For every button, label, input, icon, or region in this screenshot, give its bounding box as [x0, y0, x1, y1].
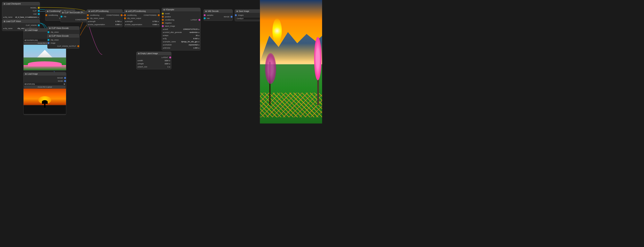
negative-in-connector[interactable]: [162, 22, 164, 24]
clip-vision-output-port[interactable]: CLIP_VISION: [2, 24, 40, 27]
image-2-output-port[interactable]: IMAGE: [24, 76, 66, 80]
clip-vision-out-1-input[interactable]: clip_vision_output: [87, 17, 122, 20]
strength-1-param: ◀ strength 0.750 ▶: [87, 20, 122, 23]
empty-latent-header: Empty Latent Image: [136, 52, 171, 55]
load-image-2-body: IMAGE MASK ◀ sunset.png ▶ choose file to…: [24, 76, 66, 115]
node-canvas[interactable]: Load Checkpoint MODEL CLIP VAE ◀ clip_na…: [0, 0, 322, 124]
clip-vision-connector[interactable]: [38, 24, 40, 26]
cv-out-2-in[interactable]: [124, 17, 126, 19]
cond-2-in[interactable]: [124, 14, 126, 16]
model-connector[interactable]: [38, 7, 40, 9]
mask-2-output-port[interactable]: MASK: [24, 80, 66, 82]
clip-vision-2-in-connector[interactable]: [48, 39, 50, 41]
clip-vision-2-out-connector[interactable]: [77, 45, 79, 47]
conditioning-in-connector[interactable]: [45, 14, 47, 16]
clip-vision-out-2-input[interactable]: clip_vision_output: [124, 17, 160, 20]
latent-out-connector[interactable]: [198, 19, 200, 21]
width-param: ◀ width 1024 ▶: [136, 59, 171, 62]
image-2-input-port[interactable]: image: [48, 42, 79, 44]
vae-connector[interactable]: [38, 13, 40, 15]
load-image-2-node: Load Image IMAGE MASK ◀ sunset.png ▶ cho…: [23, 72, 66, 115]
uni-clip-1-node: uniCLIPConditioning conditioning CONDITI…: [87, 9, 123, 27]
filename-prefix-value: ComfyUI: [236, 18, 244, 20]
clip-connector[interactable]: [38, 10, 40, 12]
images-in-connector[interactable]: [235, 14, 237, 16]
load-image-1-title: Load Image: [28, 29, 38, 31]
node-status-dot: [49, 28, 51, 29]
noise-aug-1-param: ◀ noise_augmentation 0.000 ▶: [87, 23, 122, 26]
denoise-param: ◀ denoise 1.000 ▶: [162, 46, 200, 50]
clip-vision-encode-2-header: CLIP Vision Encode: [48, 34, 79, 38]
cv-out-1-in[interactable]: [87, 17, 89, 19]
conditioning-k-input-port[interactable]: conditioning: [162, 18, 190, 22]
cond-1-out[interactable]: [120, 14, 122, 16]
latent-output-port[interactable]: LATENT: [190, 18, 200, 22]
image-decode-out-connector[interactable]: [230, 16, 232, 18]
image-decode-output-port[interactable]: IMAGE: [222, 15, 232, 18]
height-param: ◀ height 1024 ▶: [136, 62, 171, 65]
vae-decode-body: samples vae IMAGE: [204, 13, 232, 21]
cond-2-out[interactable]: [158, 14, 160, 16]
vae-in-connector[interactable]: [204, 17, 206, 19]
choose-file-2-button[interactable]: choose file to upload: [24, 86, 65, 88]
uni-clip-2-body: conditioning CONDITIONING clip_vision_ou…: [124, 13, 160, 27]
node-status-dot: [138, 53, 140, 54]
latent-image-input-port[interactable]: latent_image: [162, 24, 190, 28]
clip-vision-2-output-port[interactable]: CLIP_VISION_OUTPUT: [48, 44, 79, 48]
clip-text-in-connector[interactable]: [60, 16, 62, 18]
seed-param: ◀ seed 133632471276133 ▶: [162, 28, 200, 31]
model-input-port[interactable]: model: [162, 12, 190, 15]
clip-vision-encode-2-node: CLIP Vision Encode clip_vision image CLI…: [47, 34, 80, 49]
clip-vision-2-input-port[interactable]: clip_vision: [48, 38, 79, 42]
node-status-dot: [62, 12, 64, 14]
strength-2-param: ◀ strength 0.750 ▶: [124, 20, 160, 23]
load-image-2-header: Load Image: [24, 72, 66, 76]
cond-k-in-connector[interactable]: [162, 19, 164, 21]
node-status-dot: [205, 10, 207, 12]
latent-in-connector[interactable]: [162, 25, 164, 27]
vae-input-port[interactable]: vae: [204, 17, 222, 20]
samples-input-port[interactable]: samples: [204, 14, 222, 17]
batch-size-param: ◀ batch_size 1 ▶: [136, 65, 171, 68]
latent-el-output-port[interactable]: LATENT: [136, 56, 171, 59]
uni-clip-1-title: uniCLIPConditioning: [91, 10, 108, 12]
load-checkpoint-header: Load Checkpoint: [2, 2, 40, 6]
cond-1-in[interactable]: [87, 14, 89, 16]
load-checkpoint-title: Load Checkpoint: [6, 3, 21, 5]
mask-2-connector[interactable]: [64, 80, 66, 82]
clip-label: CLIP: [32, 10, 38, 12]
samples-in-connector[interactable]: [204, 14, 206, 16]
node-status-dot: [164, 9, 165, 10]
node-status-dot: [4, 3, 5, 5]
latent-el-out-connector[interactable]: [169, 56, 171, 58]
node-status-dot: [126, 10, 127, 12]
steps-param: ◀ steps 26 ▶: [162, 34, 200, 37]
clip-vision-1-in-connector[interactable]: [48, 31, 50, 33]
model-label: MODEL: [29, 7, 38, 9]
control-after-param: ◀ control_after_generate randomize ▶: [162, 31, 200, 34]
image-2-connector[interactable]: [64, 77, 66, 79]
conditioning-2-input[interactable]: conditioning CONDITIONING: [124, 14, 160, 17]
vae-output-port[interactable]: VAE: [2, 12, 40, 16]
node-status-dot: [25, 73, 27, 75]
clip-output-port[interactable]: CLIP: [2, 9, 40, 12]
clip-text-encode-title: CLIP Text Encode (Pr...: [64, 12, 85, 14]
conditioning-1-input[interactable]: conditioning CONDITIONING: [87, 14, 122, 17]
vae-decode-title: VAE Decode: [208, 10, 219, 12]
image-2-in-connector[interactable]: [48, 42, 50, 44]
uni-clip-1-body: conditioning CONDITIONING clip_vision_ou…: [87, 13, 122, 27]
positive-input-port[interactable]: positive: [162, 15, 190, 18]
scheduler-param: ◀ scheduler exponential ▶: [162, 43, 200, 46]
negative-input-port[interactable]: negative: [162, 22, 190, 24]
vae-decode-header: VAE Decode: [204, 10, 232, 13]
sampler-name-param: ◀ sampler_name dpmpp_3m_sde_gpu ▶: [162, 40, 200, 43]
uni-clip-2-header: uniCLIPConditioning: [124, 10, 160, 13]
model-in-connector[interactable]: [162, 13, 164, 14]
sunset-image-preview: [24, 89, 66, 114]
clip-vision-encode-2-title: CLIP Vision Encode: [52, 35, 69, 37]
positive-in-connector[interactable]: [162, 16, 164, 18]
clip-vision-1-input-port[interactable]: clip_vision: [48, 30, 79, 34]
noise-aug-2-param: ◀ noise_augmentation 0.000 ▶: [124, 23, 160, 26]
model-output-port[interactable]: MODEL: [2, 6, 40, 9]
clip-vision-label: CLIP_VISION: [24, 24, 38, 26]
